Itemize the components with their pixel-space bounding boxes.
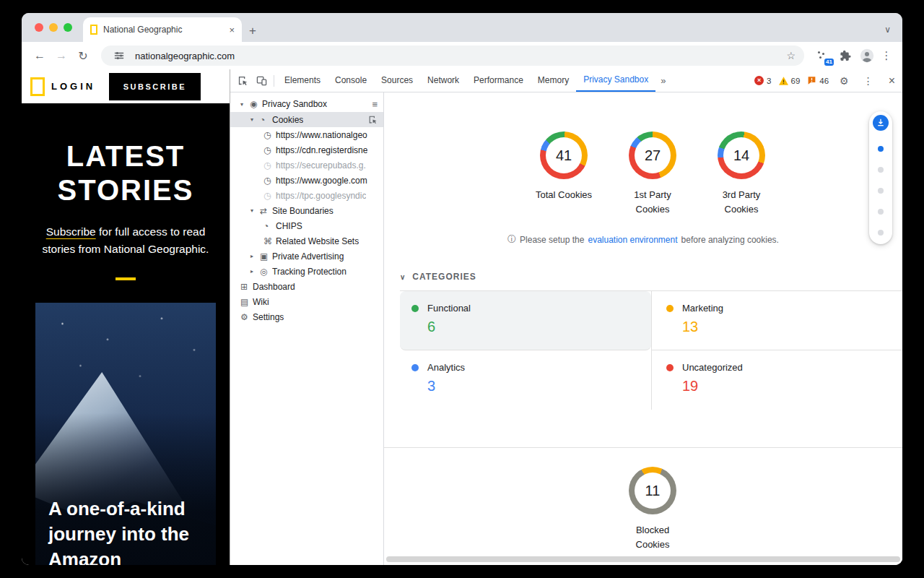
- error-badge[interactable]: × 3: [754, 76, 771, 85]
- maximize-window-button[interactable]: [64, 23, 72, 32]
- address-bar[interactable]: nationalgeographic.com ☆: [101, 46, 804, 66]
- profile-avatar[interactable]: [858, 48, 876, 63]
- promo-text: Subscribe for full access to read storie…: [22, 223, 230, 258]
- tree-item-dashboard[interactable]: ⊞ Dashboard: [230, 279, 383, 294]
- tab-network[interactable]: Network: [420, 69, 466, 92]
- browser-tab[interactable]: National Geographic ×: [83, 17, 242, 42]
- privacy-sandbox-sidebar: ▾ ◉ Privacy Sandbox ≡ ▾ ◔ Cookies: [230, 92, 384, 565]
- inspect-element-icon[interactable]: [233, 75, 252, 86]
- evaluation-environment-link[interactable]: evaluation environment: [588, 235, 677, 245]
- site-info-icon[interactable]: [110, 51, 128, 61]
- browser-menu-icon[interactable]: ⋮: [879, 49, 894, 62]
- more-tabs-icon[interactable]: »: [655, 75, 671, 86]
- device-toolbar-icon[interactable]: [252, 75, 271, 86]
- chevron-down-icon[interactable]: ∨: [400, 273, 406, 281]
- tree-item-url[interactable]: ◷ https://www.google.com: [230, 173, 383, 188]
- download-report-button[interactable]: [873, 115, 889, 131]
- collapse-panel-icon[interactable]: ≡: [372, 99, 378, 110]
- tree-item-chips[interactable]: ◔ CHIPS: [230, 218, 383, 233]
- back-button[interactable]: ←: [30, 49, 49, 62]
- tree-item-url[interactable]: ◷ https://cdn.registerdisne: [230, 142, 383, 158]
- new-tab-button[interactable]: +: [249, 25, 256, 37]
- total-cookies-chart: 41 Total Cookies: [531, 131, 596, 216]
- inspect-cursor-icon[interactable]: [368, 115, 378, 124]
- section-dot[interactable]: [878, 230, 884, 236]
- section-divider: [384, 447, 902, 448]
- subscribe-button[interactable]: SUBSCRIBE: [109, 73, 201, 100]
- tree-item-site-boundaries[interactable]: ▾ ⇄ Site Boundaries: [230, 203, 383, 218]
- hero-title[interactable]: A one-of-a-kind journey into the Amazon: [48, 496, 203, 565]
- related-website-sets-icon: ⌘: [263, 236, 276, 246]
- tab-sources[interactable]: Sources: [374, 69, 420, 92]
- tab-performance[interactable]: Performance: [466, 69, 531, 92]
- tree-item-private-advertising[interactable]: ▸ ▣ Private Advertising: [230, 249, 383, 264]
- tree-item-url[interactable]: ◷ https://www.nationalgeo: [230, 127, 383, 142]
- devtools-close-icon[interactable]: ×: [884, 74, 898, 87]
- section-dot[interactable]: [878, 209, 884, 215]
- minimize-window-button[interactable]: [49, 23, 58, 32]
- scrollbar-thumb[interactable]: [386, 556, 900, 562]
- gear-icon: ⚙: [240, 312, 253, 322]
- hero-story-image[interactable]: A one-of-a-kind journey into the Amazon: [35, 303, 216, 565]
- natgeo-logo-icon[interactable]: [30, 77, 45, 96]
- devtools-settings-icon[interactable]: ⚙: [836, 75, 853, 87]
- tab-console[interactable]: Console: [328, 69, 374, 92]
- horizontal-scrollbar[interactable]: [386, 556, 900, 562]
- donut-ring: 14: [718, 131, 765, 179]
- devtools-panel: Elements Console Sources Network Perform…: [230, 69, 902, 565]
- dashboard-icon: ⊞: [240, 282, 253, 292]
- clock-icon: ◷: [263, 145, 276, 155]
- close-window-button[interactable]: [35, 23, 43, 32]
- section-dot[interactable]: [878, 146, 884, 152]
- tab-memory[interactable]: Memory: [531, 69, 576, 92]
- cookie-extension-button[interactable]: 41: [816, 48, 830, 63]
- third-party-cookies-chart: 14 3rd Party Cookies: [709, 131, 774, 216]
- chevron-down-icon[interactable]: ▾: [250, 207, 260, 214]
- tab-title: National Geographic: [103, 25, 223, 35]
- tree-root-privacy-sandbox[interactable]: ▾ ◉ Privacy Sandbox ≡: [230, 96, 383, 112]
- devtools-menu-icon[interactable]: ⋮: [860, 75, 877, 87]
- category-dot: [666, 305, 674, 312]
- tab-privacy-sandbox[interactable]: Privacy Sandbox: [576, 69, 655, 92]
- tree-item-url[interactable]: ◷ https://securepubads.g.: [230, 158, 383, 173]
- warning-badge[interactable]: 69: [779, 77, 801, 85]
- tree-item-related-website-sets[interactable]: ⌘ Related Website Sets: [230, 233, 383, 249]
- subscribe-link[interactable]: Subscribe: [46, 225, 96, 238]
- tree-item-settings[interactable]: ⚙ Settings: [230, 309, 383, 324]
- chevron-down-icon[interactable]: ▾: [250, 116, 260, 123]
- section-dot[interactable]: [878, 188, 884, 194]
- issues-badge[interactable]: 46: [807, 76, 829, 85]
- wiki-book-icon: ▤: [240, 297, 253, 307]
- category-analytics[interactable]: Analytics 3: [400, 350, 651, 410]
- tree-item-cookies[interactable]: ▾ ◔ Cookies: [230, 112, 383, 127]
- chevron-right-icon[interactable]: ▸: [250, 268, 260, 275]
- extensions-puzzle-icon[interactable]: [836, 50, 855, 62]
- forward-button[interactable]: →: [52, 49, 71, 62]
- chevron-right-icon[interactable]: ▸: [250, 253, 260, 259]
- category-name: Analytics: [427, 362, 465, 373]
- login-button[interactable]: LOGIN: [51, 81, 95, 92]
- categories-section-header[interactable]: ∨ CATEGORIES: [400, 272, 902, 282]
- tab-strip-chevron-icon[interactable]: ∨: [884, 25, 891, 35]
- bookmark-star-icon[interactable]: ☆: [786, 50, 796, 61]
- tab-close-icon[interactable]: ×: [229, 25, 235, 35]
- chevron-down-icon[interactable]: ▾: [240, 101, 250, 108]
- tree-item-tracking-protection[interactable]: ▸ ◎ Tracking Protection: [230, 264, 383, 279]
- clock-icon: ◷: [263, 191, 276, 201]
- tree-item-wiki[interactable]: ▤ Wiki: [230, 294, 383, 309]
- tab-elements[interactable]: Elements: [277, 69, 328, 92]
- donut-value: 14: [723, 137, 759, 173]
- category-functional[interactable]: Functional 6: [400, 291, 651, 350]
- category-dot: [411, 364, 419, 371]
- section-dot[interactable]: [878, 167, 884, 173]
- reload-button[interactable]: ↻: [74, 49, 92, 63]
- category-name: Functional: [427, 303, 471, 314]
- donut-value: 41: [546, 137, 582, 173]
- donut-ring: 41: [540, 131, 588, 179]
- tree-item-url[interactable]: ◷ https://tpc.googlesyndic: [230, 188, 383, 203]
- url-text[interactable]: nationalgeographic.com: [135, 51, 780, 61]
- setup-info: ⓘ Please setup the evaluation environmen…: [384, 233, 902, 246]
- category-marketing[interactable]: Marketing 13: [651, 291, 902, 350]
- cookie-donuts: 41 Total Cookies 27 1st Party Cookies: [384, 131, 902, 216]
- category-uncategorized[interactable]: Uncategorized 19: [651, 350, 902, 410]
